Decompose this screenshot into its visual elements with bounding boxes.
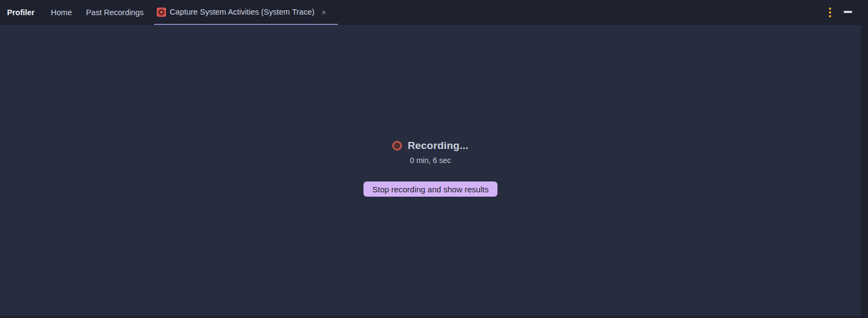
tab-capture-system-activities[interactable]: Capture System Activities (System Trace)…	[154, 0, 338, 25]
stop-recording-button[interactable]: Stop recording and show results	[363, 181, 497, 197]
cpu-chip-icon	[157, 8, 166, 17]
record-circle-icon	[392, 141, 402, 151]
app-title: Profiler	[7, 8, 35, 17]
tab-label: Capture System Activities (System Trace)	[170, 8, 315, 16]
close-icon[interactable]: ×	[322, 8, 327, 16]
kebab-menu-icon[interactable]	[828, 8, 832, 17]
kebab-dot	[829, 8, 831, 10]
nav-item-past-recordings[interactable]: Past Recordings	[86, 8, 143, 17]
content-panel: Recording... 0 min, 6 sec Stop recording…	[0, 25, 861, 316]
recording-status-text: Recording...	[407, 140, 468, 152]
kebab-dot	[829, 11, 831, 14]
top-bar: Profiler Home Past Recordings Capt	[0, 0, 868, 25]
kebab-dot	[829, 15, 831, 17]
minimize-icon[interactable]	[844, 11, 852, 13]
recording-status: Recording...	[392, 140, 468, 152]
elapsed-time: 0 min, 6 sec	[410, 156, 451, 165]
nav-item-home[interactable]: Home	[51, 8, 72, 17]
